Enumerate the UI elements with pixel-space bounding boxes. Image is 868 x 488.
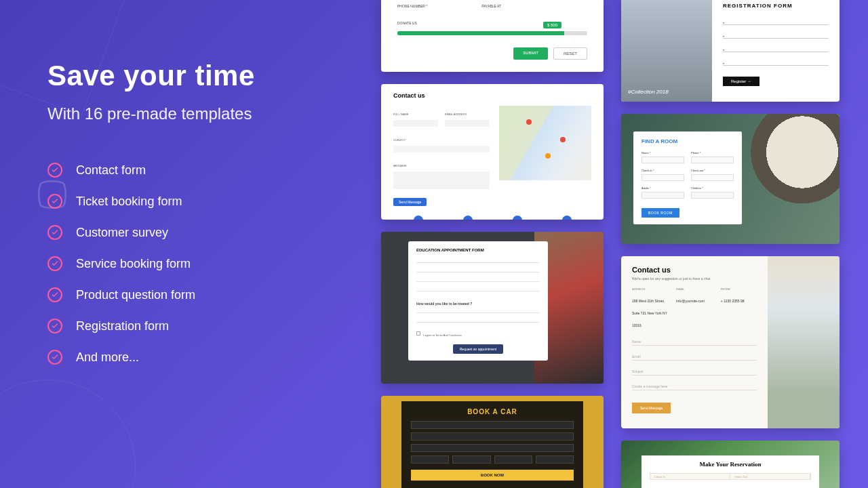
feature-label: Product question form [76,288,195,302]
map-preview[interactable] [499,106,591,180]
check-icon [47,350,62,365]
template-card-book-car[interactable]: BOOK A CAR BOOK NOW [381,396,604,488]
text-input[interactable] [411,421,574,429]
label: EMAIL ADDRESS [445,113,467,116]
card-title: REGISTRATION FORM [723,3,829,9]
text-input[interactable] [416,308,540,313]
template-gallery: PHONE NUMBER * PAYABLE AT DONATE US $ 50… [377,0,868,488]
feature-item: Service booking form [47,256,332,271]
feature-label: Ticket booking form [76,195,182,209]
card-title: EDUCATION APPOINTMENT FORM [416,248,540,252]
label: EMAIL [676,287,712,291]
submit-button[interactable]: SUBMIT [513,47,548,60]
template-card-registration[interactable]: #Collection 2018 REGISTRATION FORM ▾ ▾ ▾… [621,0,840,102]
text-input[interactable] [416,286,540,291]
select-input[interactable] [642,192,684,199]
check-icon [47,256,62,271]
text-input[interactable] [393,120,438,127]
map-pin-icon [560,137,566,142]
select-input[interactable] [411,455,449,464]
send-button[interactable]: Send Message [393,198,427,206]
book-button[interactable]: BOOK ROOM [642,208,679,218]
globe-icon [562,216,572,220]
text-input[interactable] [411,432,574,441]
text-input[interactable] [445,120,490,127]
template-card-find-room[interactable]: FIND A ROOM Name * Phone * Check-in * Ch… [621,114,840,244]
card-title: Contact us [632,266,757,274]
label: ADDRESS [632,287,668,291]
card-title: Make Your Reservation [650,461,811,468]
photo-placeholder: #Collection 2018 [621,0,712,102]
check-icon [47,287,62,302]
value: + 1235 2355 98 [721,299,745,303]
text-input[interactable] [691,157,734,163]
text-input[interactable] [416,267,540,272]
slider-value: $ 500 [543,22,561,28]
select-input[interactable] [494,455,532,464]
date-input[interactable] [642,174,684,181]
text-input[interactable] [393,146,490,152]
feature-item: Ticket booking form [47,194,332,209]
date-input[interactable]: Check In [650,474,730,479]
book-button[interactable]: BOOK NOW [411,470,574,481]
label: Adults * [642,186,684,190]
request-button[interactable]: Request an appointment [453,344,503,354]
label: How would you like to be treated ? [416,302,472,306]
register-button[interactable]: Register → [723,77,760,86]
select-input[interactable] [452,455,490,464]
feature-item: Customer survey [47,225,332,240]
text-input[interactable] [416,317,540,323]
card-title: Contact us [393,92,591,99]
text-input[interactable] [411,444,574,452]
hero-subtitle: With 16 pre-made templates [47,104,332,123]
select-input[interactable] [536,455,574,464]
textarea[interactable]: Create a message here [632,382,757,390]
feature-label: And more... [76,350,139,365]
check-icon [47,163,62,178]
date-input[interactable] [691,174,734,181]
hero-title-text: Save your time [47,60,255,92]
label: PAYABLE AT [481,4,501,8]
map-pin-icon [545,153,551,159]
label: Children * [691,186,734,190]
text-input[interactable]: ▾ [723,32,829,39]
value: 198 West 21th Street, Suite 721 New York… [632,299,667,327]
template-card-contact-beige[interactable]: Contact us We're open for any suggestion… [621,256,840,428]
feature-label: Registration form [76,319,169,333]
value: info@yoursite.com [676,299,704,303]
textarea[interactable] [393,171,490,189]
label: PHONE [721,287,757,291]
label: DONATE US [397,21,417,25]
check-icon [47,225,62,240]
feature-label: Customer survey [76,226,168,240]
label: FULL NAME [393,113,408,116]
text-input[interactable] [416,277,540,282]
label: SUBJECT [393,138,406,142]
text-input[interactable]: ▾ [723,45,829,52]
photo-placeholder [768,256,840,428]
label: PHONE NUMBER * [397,4,427,8]
feature-label: Service booking form [76,257,191,271]
donate-slider[interactable]: $ 500 [397,31,587,35]
select-input[interactable] [691,192,734,199]
text-input[interactable]: Subject [632,367,757,375]
photo-placeholder [745,114,840,216]
text-input[interactable]: ▾ [723,18,829,25]
feature-list: Contact form Ticket booking form Custome… [47,163,332,365]
label: Name * [642,151,684,155]
feature-label: Contact form [76,163,146,178]
text-input[interactable] [416,258,540,263]
text-input[interactable]: ▾ [723,59,829,66]
send-button[interactable]: Send Message [632,403,671,413]
template-card-education[interactable]: EDUCATION APPOINTMENT FORM How would you… [381,232,604,384]
template-card-contact-map[interactable]: Contact us FULL NAME EMAIL ADDRESS SUBJE… [381,84,604,220]
template-card-reservation[interactable]: Make Your Reservation Check In Check Out [621,441,840,488]
text-input[interactable] [642,157,684,163]
check-icon [47,194,62,209]
template-card-donate[interactable]: PHONE NUMBER * PAYABLE AT DONATE US $ 50… [381,0,604,72]
checkbox[interactable] [416,331,420,336]
text-input[interactable]: Name [632,338,757,346]
date-input[interactable]: Check Out [730,474,810,479]
reset-button[interactable]: RESET [553,47,587,60]
text-input[interactable]: Email [632,352,757,361]
